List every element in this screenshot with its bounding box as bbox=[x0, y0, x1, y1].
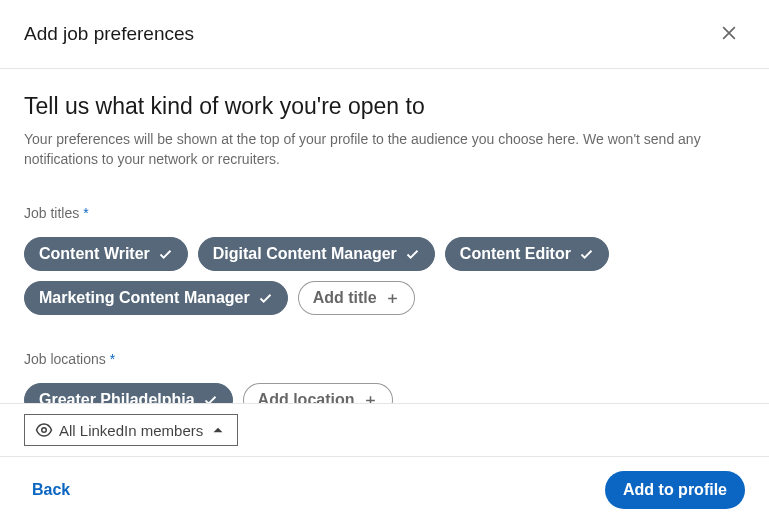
close-button[interactable] bbox=[713, 18, 745, 50]
job-titles-label-text: Job titles bbox=[24, 205, 79, 221]
required-marker: * bbox=[110, 351, 115, 367]
check-icon bbox=[158, 247, 173, 262]
back-button[interactable]: Back bbox=[24, 475, 78, 505]
job-title-pill[interactable]: Content Writer bbox=[24, 237, 188, 271]
job-locations-group: Job locations* Greater Philadelphia Add … bbox=[24, 351, 745, 403]
pill-label: Add location bbox=[258, 392, 355, 403]
visibility-bar: All LinkedIn members bbox=[0, 403, 769, 457]
pill-label: Content Writer bbox=[39, 246, 150, 262]
pill-label: Content Editor bbox=[460, 246, 571, 262]
pill-label: Marketing Content Manager bbox=[39, 290, 250, 306]
caret-up-icon bbox=[209, 421, 227, 439]
job-locations-label: Job locations* bbox=[24, 351, 745, 367]
plus-icon bbox=[385, 291, 400, 306]
page-heading: Tell us what kind of work you're open to bbox=[24, 93, 745, 120]
required-marker: * bbox=[83, 205, 88, 221]
close-icon bbox=[719, 23, 739, 46]
job-locations-pills: Greater Philadelphia Add location bbox=[24, 383, 745, 403]
modal-title: Add job preferences bbox=[24, 23, 194, 45]
modal-footer: Back Add to profile bbox=[0, 457, 769, 523]
job-location-pill[interactable]: Greater Philadelphia bbox=[24, 383, 233, 403]
add-title-button[interactable]: Add title bbox=[298, 281, 415, 315]
job-titles-label: Job titles* bbox=[24, 205, 745, 221]
job-titles-group: Job titles* Content Writer Digital Conte… bbox=[24, 205, 745, 315]
svg-point-0 bbox=[42, 428, 47, 433]
job-locations-label-text: Job locations bbox=[24, 351, 106, 367]
visibility-label: All LinkedIn members bbox=[59, 422, 203, 439]
check-icon bbox=[579, 247, 594, 262]
pill-label: Digital Content Manager bbox=[213, 246, 397, 262]
plus-icon bbox=[363, 393, 378, 403]
check-icon bbox=[203, 393, 218, 403]
check-icon bbox=[258, 291, 273, 306]
pill-label: Add title bbox=[313, 290, 377, 306]
job-titles-pills: Content Writer Digital Content Manager C… bbox=[24, 237, 745, 315]
visibility-selector[interactable]: All LinkedIn members bbox=[24, 414, 238, 446]
check-icon bbox=[405, 247, 420, 262]
job-title-pill[interactable]: Content Editor bbox=[445, 237, 609, 271]
add-to-profile-button[interactable]: Add to profile bbox=[605, 471, 745, 509]
eye-icon bbox=[35, 421, 53, 439]
pill-label: Greater Philadelphia bbox=[39, 392, 195, 403]
job-title-pill[interactable]: Digital Content Manager bbox=[198, 237, 435, 271]
modal-header: Add job preferences bbox=[0, 0, 769, 69]
job-title-pill[interactable]: Marketing Content Manager bbox=[24, 281, 288, 315]
job-preferences-modal: Add job preferences Tell us what kind of… bbox=[0, 0, 769, 523]
modal-body: Tell us what kind of work you're open to… bbox=[0, 69, 769, 403]
page-subheading: Your preferences will be shown at the to… bbox=[24, 130, 745, 169]
add-location-button[interactable]: Add location bbox=[243, 383, 393, 403]
